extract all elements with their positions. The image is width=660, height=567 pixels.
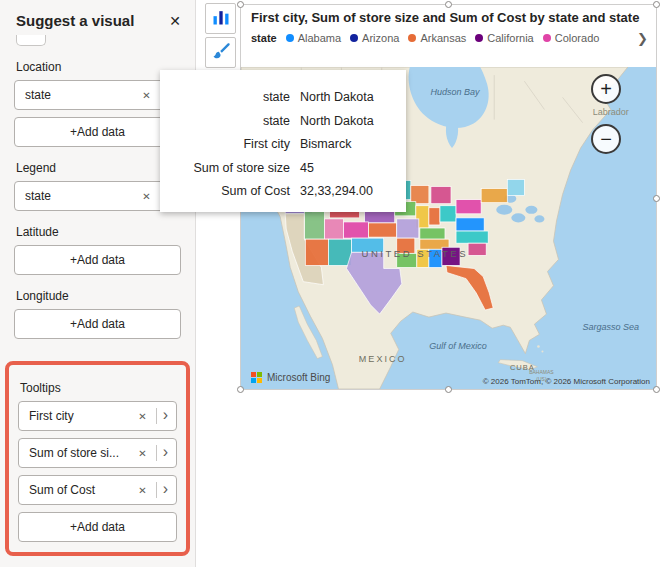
paint-brush-icon (211, 41, 231, 64)
legend-dot (408, 34, 416, 42)
bing-logo-text: Microsoft Bing (267, 372, 330, 383)
legend-item[interactable]: Arkansas (408, 32, 466, 44)
tooltip-label: Sum of Cost (166, 184, 290, 198)
field-menu-chevron-icon[interactable]: › (161, 481, 170, 499)
data-tooltip: state North Dakota state North Dakota Fi… (160, 70, 406, 212)
well-latitude-label: Latitude (16, 225, 181, 239)
field-menu-chevron-icon[interactable]: › (161, 444, 170, 462)
legend-item-label: Alabama (298, 32, 341, 44)
tooltip-value: 32,33,294.00 (300, 184, 396, 198)
add-data-button-tooltips[interactable]: +Add data (18, 512, 177, 542)
well-legend: Legend state ✕ › (14, 161, 181, 211)
tooltip-row: First city Bismarck (166, 137, 396, 151)
remove-field-icon[interactable]: ✕ (133, 446, 151, 461)
map-label-united-states: UNITED STATES (362, 248, 469, 259)
on-object-toolbar (205, 3, 237, 68)
legend-scroll-right-icon[interactable]: ❯ (637, 32, 648, 45)
resize-handle[interactable] (653, 195, 660, 202)
well-tooltips-label: Tooltips (20, 381, 177, 395)
legend-dot (286, 34, 294, 42)
field-chip-location-state[interactable]: state ✕ › (14, 80, 181, 110)
legend-item[interactable]: California (475, 32, 533, 44)
resize-handle[interactable] (237, 1, 244, 8)
map-attribution: © 2026 TomTom, © 2026 Microsoft Corporat… (483, 377, 650, 386)
legend-item-label: Arkansas (420, 32, 466, 44)
legend-item-label: California (487, 32, 533, 44)
bing-logo: Microsoft Bing (251, 372, 330, 383)
legend-item-label: Colorado (555, 32, 600, 44)
map-label-sargasso-sea: Sargasso Sea (582, 322, 639, 332)
bar-chart-icon (211, 7, 231, 30)
map-label-gulf-of-mexico: Gulf of Mexico (429, 341, 487, 351)
well-legend-label: Legend (16, 161, 181, 175)
pane-header: Suggest a visual ✕ (0, 0, 195, 33)
field-chip-tooltip-cost[interactable]: Sum of Cost ✕ › (18, 475, 177, 505)
scrolled-chip-fragment (16, 35, 46, 46)
well-longitude-label: Longitude (16, 289, 181, 303)
field-chip-label: Sum of store si... (29, 446, 133, 460)
legend-title: state (251, 32, 277, 44)
well-latitude: Latitude +Add data (14, 225, 181, 275)
field-chip-label: First city (29, 409, 133, 423)
powerbi-canvas: Suggest a visual ✕ Location state ✕ › +A… (0, 0, 660, 567)
tooltip-row: Sum of store size 45 (166, 161, 396, 175)
tooltip-value: North Dakota (300, 90, 396, 104)
legend-item[interactable]: Colorado (543, 32, 600, 44)
field-chip-label: state (25, 189, 137, 203)
legend-item-label: Arizona (362, 32, 399, 44)
close-icon[interactable]: ✕ (169, 14, 181, 28)
legend: state Alabama Arizona Arkansas Californi… (251, 32, 646, 44)
visual-title: First city, Sum of store size and Sum of… (251, 10, 646, 27)
add-data-button-latitude[interactable]: +Add data (14, 245, 181, 275)
legend-dot (350, 34, 358, 42)
field-chip-label: Sum of Cost (29, 483, 133, 497)
microsoft-logo-icon (251, 372, 262, 383)
chip-divider (156, 445, 157, 461)
tooltip-label: Sum of store size (166, 161, 290, 175)
field-chip-tooltip-first-city[interactable]: First city ✕ › (18, 401, 177, 431)
add-data-button-longitude[interactable]: +Add data (14, 309, 181, 339)
field-chip-label: state (25, 88, 137, 102)
map-label-hudson-bay: Hudson Bay (430, 87, 480, 97)
tooltip-label: state (166, 114, 290, 128)
pane-title: Suggest a visual (16, 12, 134, 29)
tooltip-value: Bismarck (300, 137, 396, 151)
resize-handle[interactable] (237, 386, 244, 393)
map-label-labrador: Labrador (593, 107, 629, 117)
map-label-bahamas: BAHAMAS (529, 369, 554, 375)
field-chip-legend-state[interactable]: state ✕ › (14, 181, 181, 211)
field-menu-chevron-icon[interactable]: › (161, 407, 170, 425)
map-label-mexico: MEXICO (359, 354, 407, 364)
chip-divider (156, 482, 157, 498)
resize-handle[interactable] (445, 386, 452, 393)
tooltip-row: state North Dakota (166, 90, 396, 104)
remove-field-icon[interactable]: ✕ (137, 189, 155, 204)
well-longitude: Longitude +Add data (14, 289, 181, 339)
legend-item[interactable]: Arizona (350, 32, 399, 44)
tooltip-row: state North Dakota (166, 114, 396, 128)
resize-handle[interactable] (445, 1, 452, 8)
remove-field-icon[interactable]: ✕ (137, 88, 155, 103)
well-location: Location state ✕ › +Add data (14, 60, 181, 147)
tooltip-value: 45 (300, 161, 396, 175)
well-tooltips-highlight: Tooltips First city ✕ › Sum of store si.… (5, 361, 190, 556)
tooltip-value: North Dakota (300, 114, 396, 128)
resize-handle[interactable] (653, 386, 660, 393)
well-location-label: Location (16, 60, 181, 74)
resize-handle[interactable] (653, 1, 660, 8)
add-data-button-location[interactable]: +Add data (14, 117, 181, 147)
visual-suggestions-button[interactable] (205, 3, 236, 34)
zoom-out-button[interactable]: − (591, 124, 621, 154)
remove-field-icon[interactable]: ✕ (133, 483, 151, 498)
field-chip-tooltip-store-size[interactable]: Sum of store si... ✕ › (18, 438, 177, 468)
tooltip-label: First city (166, 137, 290, 151)
tooltip-label: state (166, 90, 290, 104)
chip-divider (156, 408, 157, 424)
tooltip-row: Sum of Cost 32,33,294.00 (166, 184, 396, 198)
format-visual-button[interactable] (205, 37, 236, 68)
legend-item[interactable]: Alabama (286, 32, 341, 44)
legend-dot (475, 34, 483, 42)
legend-dot (543, 34, 551, 42)
remove-field-icon[interactable]: ✕ (133, 409, 151, 424)
zoom-in-button[interactable]: + (591, 74, 621, 104)
